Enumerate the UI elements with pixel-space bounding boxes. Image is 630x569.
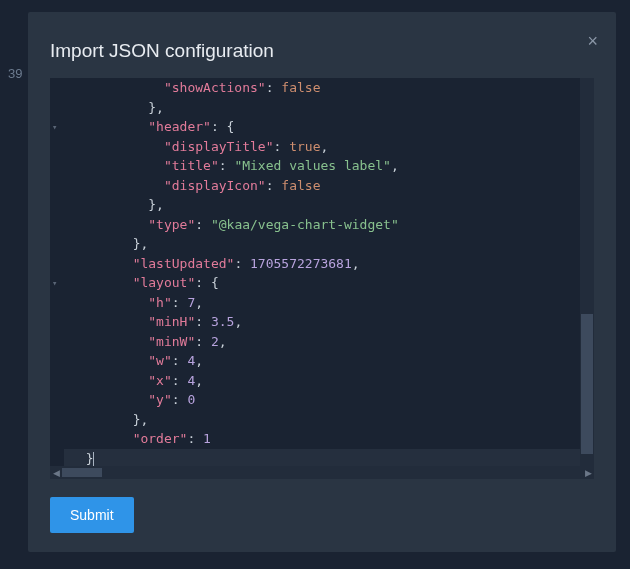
code-line[interactable]: }, <box>64 410 580 430</box>
code-line[interactable]: }, <box>64 98 580 118</box>
modal-title: Import JSON configuration <box>50 40 274 62</box>
fold-toggle[interactable]: ▾ <box>52 278 57 288</box>
hscroll-left-arrow[interactable]: ◀ <box>50 466 62 479</box>
hscroll-right-arrow[interactable]: ▶ <box>582 466 594 479</box>
code-line[interactable]: "w": 4, <box>64 351 580 371</box>
code-line[interactable]: "lastUpdated": 1705572273681, <box>64 254 580 274</box>
code-line[interactable]: "y": 0 <box>64 390 580 410</box>
editor-gutter: ▾▾ <box>50 78 64 466</box>
close-button[interactable]: × <box>587 32 598 50</box>
code-line[interactable]: "minW": 2, <box>64 332 580 352</box>
code-line[interactable]: }, <box>64 195 580 215</box>
code-line[interactable]: "minH": 3.5, <box>64 312 580 332</box>
backdrop-text: 39 <box>8 66 22 81</box>
json-editor[interactable]: ▾▾ "showActions": false }, "header": { "… <box>50 78 594 479</box>
code-line[interactable]: "showActions": false <box>64 78 580 98</box>
code-line[interactable]: "order": 1 <box>64 429 580 449</box>
code-line[interactable]: "displayIcon": false <box>64 176 580 196</box>
vertical-scrollbar[interactable] <box>580 78 594 466</box>
code-line[interactable]: "x": 4, <box>64 371 580 391</box>
code-area[interactable]: "showActions": false }, "header": { "dis… <box>64 78 580 466</box>
code-line[interactable]: "title": "Mixed values label", <box>64 156 580 176</box>
code-line[interactable]: "layout": { <box>64 273 580 293</box>
vertical-scrollbar-thumb[interactable] <box>581 314 593 454</box>
code-line[interactable]: }, <box>64 234 580 254</box>
submit-button[interactable]: Submit <box>50 497 134 533</box>
fold-toggle[interactable]: ▾ <box>52 122 57 132</box>
code-line[interactable]: } <box>64 449 580 467</box>
code-line[interactable]: "displayTitle": true, <box>64 137 580 157</box>
import-json-modal: Import JSON configuration × ▾▾ "showActi… <box>28 12 616 552</box>
modal-header: Import JSON configuration × <box>50 40 594 62</box>
close-icon: × <box>587 31 598 51</box>
code-line[interactable]: "header": { <box>64 117 580 137</box>
horizontal-scrollbar[interactable]: ◀ ▶ <box>50 466 594 479</box>
code-line[interactable]: "h": 7, <box>64 293 580 313</box>
hscroll-thumb[interactable] <box>62 468 102 477</box>
hscroll-track[interactable] <box>62 466 582 479</box>
code-line[interactable]: "type": "@kaa/vega-chart-widget" <box>64 215 580 235</box>
